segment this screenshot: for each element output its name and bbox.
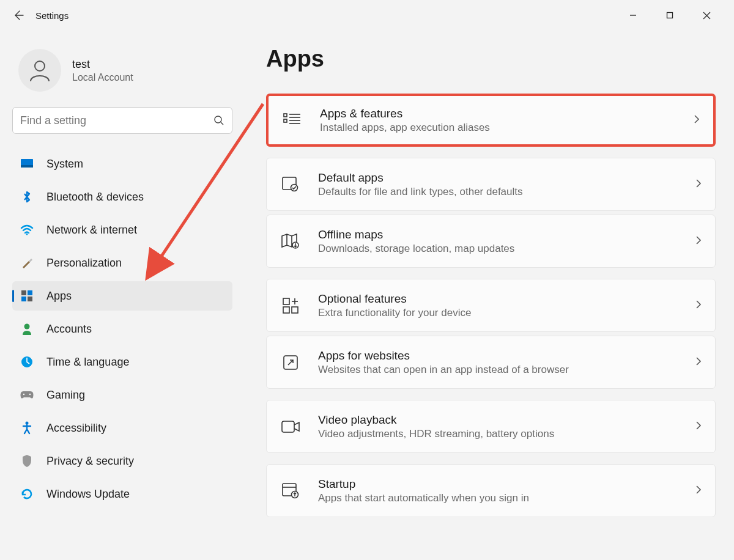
page-title: Apps	[266, 46, 716, 72]
svg-rect-19	[284, 114, 287, 117]
card-title: Offline maps	[318, 228, 695, 241]
chevron-right-icon	[694, 114, 700, 127]
sidebar-item-label: System	[46, 158, 83, 171]
card-apps-features[interactable]: Apps & features Installed apps, app exec…	[266, 94, 716, 147]
open-external-icon	[280, 352, 301, 373]
card-subtitle: Defaults for file and link types, other …	[318, 186, 695, 198]
paintbrush-icon	[20, 256, 34, 270]
svg-point-16	[23, 394, 24, 395]
sidebar-item-label: Accessibility	[46, 422, 106, 435]
svg-point-4	[35, 61, 45, 71]
sidebar-item-label: Bluetooth & devices	[46, 191, 144, 204]
close-icon	[703, 12, 711, 20]
card-title: Startup	[318, 477, 695, 491]
card-title: Default apps	[318, 171, 695, 185]
svg-rect-13	[28, 297, 32, 301]
chevron-right-icon	[695, 300, 702, 312]
default-apps-icon	[280, 174, 301, 195]
main-panel: Apps Apps & features Installed apps, app…	[245, 31, 734, 560]
sidebar-item-update[interactable]: Windows Update	[12, 479, 232, 509]
search-box[interactable]	[12, 107, 232, 134]
sidebar-item-time[interactable]: Time & language	[12, 347, 232, 377]
sidebar-item-apps[interactable]: Apps	[12, 281, 232, 311]
sidebar-item-label: Privacy & security	[46, 455, 134, 468]
svg-rect-1	[667, 13, 673, 18]
card-apps-websites[interactable]: Apps for websites Websites that can open…	[266, 336, 716, 389]
sidebar-item-accessibility[interactable]: Accessibility	[12, 413, 232, 443]
card-subtitle: Extra functionality for your device	[318, 307, 695, 319]
card-subtitle: Downloads, storage location, map updates	[318, 243, 695, 255]
shield-icon	[20, 454, 34, 468]
display-icon	[20, 157, 34, 171]
back-arrow-icon	[12, 9, 24, 21]
svg-rect-10	[21, 290, 26, 295]
sidebar-item-label: Time & language	[46, 356, 129, 369]
card-title: Optional features	[318, 292, 695, 306]
sidebar-item-privacy[interactable]: Privacy & security	[12, 446, 232, 476]
card-title: Video playback	[318, 413, 695, 427]
card-optional-features[interactable]: Optional features Extra functionality fo…	[266, 279, 716, 332]
map-icon	[280, 231, 301, 252]
titlebar-title: Settings	[35, 10, 69, 21]
card-video-playback[interactable]: Video playback Video adjustments, HDR st…	[266, 400, 716, 453]
plus-grid-icon	[280, 295, 301, 316]
startup-icon	[280, 481, 301, 501]
update-icon	[20, 487, 34, 501]
gamepad-icon	[20, 388, 34, 402]
sidebar-item-label: Apps	[46, 290, 72, 303]
svg-point-14	[24, 324, 30, 330]
card-subtitle: Websites that can open in an app instead…	[318, 364, 695, 376]
svg-rect-11	[28, 290, 32, 295]
svg-point-18	[26, 422, 29, 425]
search-icon	[213, 115, 224, 126]
card-default-apps[interactable]: Default apps Defaults for file and link …	[266, 158, 716, 211]
sidebar-item-personalization[interactable]: Personalization	[12, 248, 232, 278]
svg-rect-30	[292, 307, 298, 313]
svg-rect-20	[284, 119, 287, 122]
chevron-right-icon	[695, 179, 702, 191]
list-icon	[282, 110, 303, 131]
maximize-icon	[666, 12, 673, 19]
user-name: test	[72, 58, 133, 71]
user-section[interactable]: test Local Account	[12, 43, 232, 107]
person-icon	[20, 322, 34, 336]
card-title: Apps for websites	[318, 349, 695, 363]
card-subtitle: Video adjustments, HDR streaming, batter…	[318, 428, 695, 440]
close-button[interactable]	[694, 6, 719, 25]
svg-rect-12	[21, 297, 26, 301]
minimize-button[interactable]	[621, 6, 645, 25]
chevron-right-icon	[695, 235, 702, 248]
minimize-icon	[629, 12, 637, 19]
search-input[interactable]	[20, 114, 213, 127]
maximize-button[interactable]	[658, 6, 682, 25]
svg-point-17	[29, 394, 31, 395]
sidebar-item-label: Windows Update	[46, 488, 130, 501]
card-subtitle: Installed apps, app execution aliases	[320, 122, 694, 134]
sidebar-item-network[interactable]: Network & internet	[12, 215, 232, 245]
window-controls	[621, 6, 728, 25]
avatar	[18, 49, 61, 92]
sidebar-item-system[interactable]: System	[12, 149, 232, 179]
video-icon	[280, 416, 301, 437]
sidebar-item-label: Gaming	[46, 389, 85, 402]
apps-icon	[20, 289, 34, 303]
card-startup[interactable]: Startup Apps that start automatically wh…	[266, 464, 716, 517]
clock-globe-icon	[20, 355, 34, 369]
chevron-right-icon	[695, 485, 702, 497]
svg-line-6	[221, 122, 223, 125]
svg-point-9	[26, 234, 28, 235]
accessibility-icon	[20, 421, 34, 435]
user-type: Local Account	[72, 72, 133, 83]
sidebar: test Local Account System Bluetooth & de…	[0, 31, 245, 560]
bluetooth-icon	[20, 190, 34, 204]
back-button[interactable]	[6, 3, 31, 28]
sidebar-item-label: Personalization	[46, 257, 122, 270]
sidebar-item-accounts[interactable]: Accounts	[12, 314, 232, 344]
card-offline-maps[interactable]: Offline maps Downloads, storage location…	[266, 215, 716, 268]
chevron-right-icon	[695, 356, 702, 369]
wifi-icon	[20, 223, 34, 237]
sidebar-item-label: Network & internet	[46, 224, 137, 237]
sidebar-item-gaming[interactable]: Gaming	[12, 380, 232, 410]
nav-list: System Bluetooth & devices Network & int…	[12, 149, 232, 509]
sidebar-item-bluetooth[interactable]: Bluetooth & devices	[12, 182, 232, 212]
